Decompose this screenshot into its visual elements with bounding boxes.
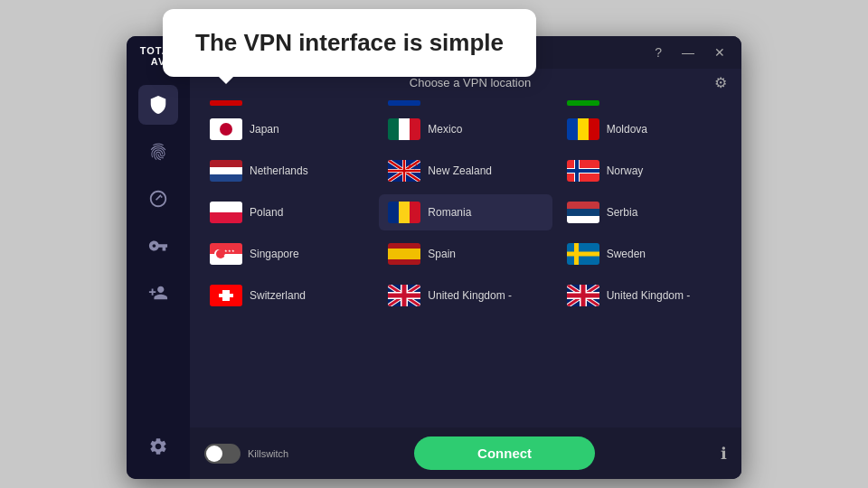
partial-row [201, 100, 731, 106]
country-name-romania: Romania [428, 206, 471, 219]
country-mexico[interactable]: Mexico [379, 111, 552, 147]
svg-text:★: ★ [409, 173, 412, 177]
flag-switzerland [210, 285, 242, 306]
country-name-sweden: Sweden [607, 248, 646, 260]
svg-rect-40 [219, 294, 233, 297]
svg-rect-19 [210, 212, 242, 223]
svg-text:★: ★ [415, 164, 419, 167]
svg-rect-33 [388, 249, 420, 259]
country-row-5: Switzerland [201, 277, 731, 314]
flag-japan [210, 118, 242, 140]
toggle-knob [206, 446, 222, 462]
country-singapore[interactable]: ★★★ ★★ Singapore [201, 236, 373, 272]
killswitch-toggle[interactable] [204, 444, 241, 464]
sidebar-item-key[interactable] [138, 226, 178, 266]
svg-rect-37 [567, 252, 599, 257]
country-japan[interactable]: Japan [201, 111, 373, 147]
flag-spain [388, 243, 420, 265]
settings-gear-icon[interactable]: ⚙ [714, 74, 727, 91]
country-romania[interactable]: Romania [379, 194, 552, 230]
country-name-mexico: Mexico [428, 123, 462, 136]
killswitch-area: Killswitch [204, 444, 288, 464]
bottom-bar: Killswitch Connect ℹ [190, 427, 741, 479]
flag-moldova [567, 118, 599, 140]
country-row-1: Japan Mexico Moldova [201, 111, 731, 147]
country-row-4: ★★★ ★★ Singapore [201, 236, 731, 272]
flag-norway [567, 160, 599, 182]
country-uk2[interactable]: United Kingdom - [558, 277, 731, 314]
country-name-switzerland: Switzerland [250, 289, 306, 302]
country-moldova[interactable]: Moldova [558, 111, 731, 147]
vpn-grid[interactable]: Japan Mexico Moldova [197, 97, 734, 427]
country-name-serbia: Serbia [607, 206, 638, 219]
flag-serbia [567, 202, 599, 223]
sidebar-item-speed[interactable] [138, 179, 178, 219]
killswitch-label: Killswitch [248, 448, 288, 459]
country-new-zealand[interactable]: ★ ★ ★ ★ New Zealand [379, 153, 552, 189]
flag-poland [210, 202, 242, 223]
country-name-moldova: Moldova [607, 123, 647, 136]
flag-uk1 [388, 285, 420, 306]
svg-rect-24 [567, 209, 599, 216]
flag-singapore: ★★★ ★★ [210, 243, 242, 265]
screenshot-wrapper: The VPN interface is simple TOTALAV [0, 0, 868, 488]
sidebar: TOTALAV [127, 36, 190, 479]
svg-rect-22 [410, 202, 420, 223]
svg-rect-18 [210, 202, 242, 212]
country-spain[interactable]: Spain [379, 236, 552, 272]
close-button[interactable]: ✕ [709, 43, 731, 61]
country-name-uk1: United Kingdom - [428, 289, 512, 302]
country-name-norway: Norway [607, 164, 644, 177]
help-button[interactable]: ? [649, 43, 667, 61]
country-norway[interactable]: Norway [558, 153, 731, 189]
country-name-japan: Japan [250, 123, 279, 136]
country-switzerland[interactable]: Switzerland [201, 277, 373, 314]
flag-netherlands [210, 160, 242, 182]
country-poland[interactable]: Poland [201, 194, 373, 230]
app-window: TOTALAV [127, 36, 741, 479]
sidebar-item-user-add[interactable] [138, 273, 178, 313]
minimize-button[interactable]: — [676, 43, 700, 61]
country-name-singapore: Singapore [250, 248, 299, 260]
country-row-2: Netherlands [201, 153, 731, 189]
tooltip-bubble: The VPN interface is simple [163, 9, 536, 77]
svg-rect-20 [388, 202, 399, 223]
svg-rect-25 [567, 216, 599, 223]
svg-rect-58 [567, 294, 599, 298]
flag-new-zealand: ★ ★ ★ ★ [388, 160, 420, 182]
country-name-netherlands: Netherlands [250, 164, 308, 177]
country-netherlands[interactable]: Netherlands [201, 153, 373, 189]
svg-rect-49 [388, 294, 420, 298]
svg-rect-32 [388, 243, 420, 249]
vpn-area: Japan Mexico Moldova [190, 97, 741, 427]
country-name-poland: Poland [250, 206, 283, 219]
flag-uk2 [567, 285, 599, 306]
tooltip-text: The VPN interface is simple [195, 29, 504, 56]
info-icon[interactable]: ℹ [721, 444, 727, 464]
country-uk1[interactable]: United Kingdom - [379, 277, 552, 314]
svg-rect-34 [388, 259, 420, 265]
sidebar-item-vpn[interactable] [138, 85, 178, 125]
country-sweden[interactable]: Sweden [558, 236, 731, 272]
sidebar-item-fingerprint[interactable] [138, 132, 178, 172]
country-row-3: Poland Romania [201, 194, 731, 230]
svg-text:★★: ★★ [223, 253, 231, 258]
country-serbia[interactable]: Serbia [558, 194, 731, 230]
svg-rect-17 [567, 169, 599, 173]
country-name-new-zealand: New Zealand [428, 164, 492, 177]
svg-rect-23 [567, 202, 599, 209]
svg-rect-21 [399, 202, 410, 223]
flag-romania [388, 202, 420, 223]
main-content: ? — ✕ Choose a VPN location ⚙ [190, 36, 741, 479]
section-title: Choose a VPN location [226, 76, 714, 89]
sidebar-item-settings[interactable] [138, 427, 178, 466]
connect-button[interactable]: Connect [414, 436, 595, 470]
country-name-uk2: United Kingdom - [607, 289, 691, 302]
flag-mexico [388, 118, 420, 140]
flag-sweden [567, 243, 599, 265]
svg-text:★: ★ [413, 168, 417, 173]
country-name-spain: Spain [428, 248, 456, 260]
